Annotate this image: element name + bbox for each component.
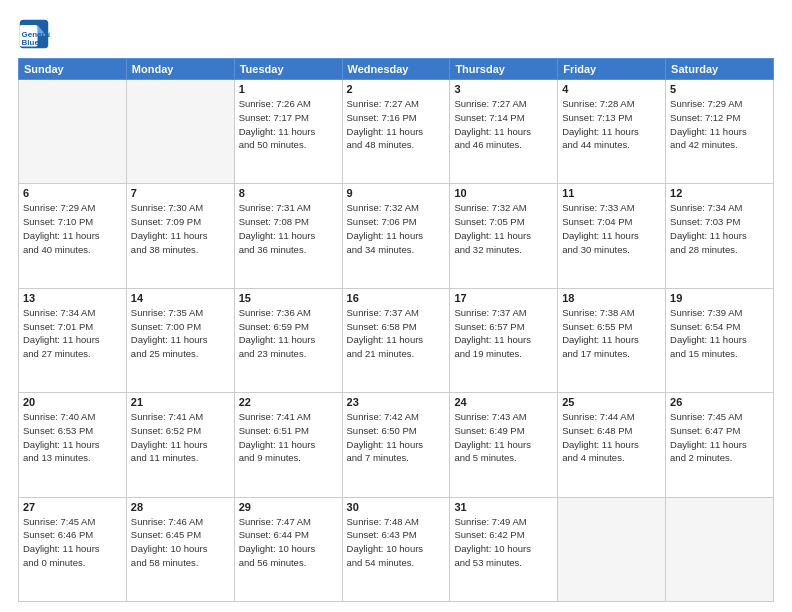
day-info: Sunrise: 7:30 AM Sunset: 7:09 PM Dayligh… xyxy=(131,201,230,256)
day-cell: 10Sunrise: 7:32 AM Sunset: 7:05 PM Dayli… xyxy=(450,184,558,288)
day-cell: 4Sunrise: 7:28 AM Sunset: 7:13 PM Daylig… xyxy=(558,80,666,184)
header: General Blue xyxy=(18,18,774,50)
day-info: Sunrise: 7:27 AM Sunset: 7:16 PM Dayligh… xyxy=(347,97,446,152)
day-cell: 29Sunrise: 7:47 AM Sunset: 6:44 PM Dayli… xyxy=(234,497,342,601)
day-info: Sunrise: 7:35 AM Sunset: 7:00 PM Dayligh… xyxy=(131,306,230,361)
day-number: 30 xyxy=(347,501,446,513)
day-cell: 31Sunrise: 7:49 AM Sunset: 6:42 PM Dayli… xyxy=(450,497,558,601)
day-cell: 30Sunrise: 7:48 AM Sunset: 6:43 PM Dayli… xyxy=(342,497,450,601)
day-number: 4 xyxy=(562,83,661,95)
day-number: 1 xyxy=(239,83,338,95)
day-info: Sunrise: 7:49 AM Sunset: 6:42 PM Dayligh… xyxy=(454,515,553,570)
day-cell: 28Sunrise: 7:46 AM Sunset: 6:45 PM Dayli… xyxy=(126,497,234,601)
day-info: Sunrise: 7:44 AM Sunset: 6:48 PM Dayligh… xyxy=(562,410,661,465)
week-row-2: 13Sunrise: 7:34 AM Sunset: 7:01 PM Dayli… xyxy=(19,288,774,392)
weekday-wednesday: Wednesday xyxy=(342,59,450,80)
day-info: Sunrise: 7:45 AM Sunset: 6:46 PM Dayligh… xyxy=(23,515,122,570)
day-cell: 25Sunrise: 7:44 AM Sunset: 6:48 PM Dayli… xyxy=(558,393,666,497)
day-cell xyxy=(558,497,666,601)
day-number: 7 xyxy=(131,187,230,199)
day-cell: 26Sunrise: 7:45 AM Sunset: 6:47 PM Dayli… xyxy=(666,393,774,497)
weekday-friday: Friday xyxy=(558,59,666,80)
day-cell: 22Sunrise: 7:41 AM Sunset: 6:51 PM Dayli… xyxy=(234,393,342,497)
day-info: Sunrise: 7:45 AM Sunset: 6:47 PM Dayligh… xyxy=(670,410,769,465)
weekday-saturday: Saturday xyxy=(666,59,774,80)
day-cell: 9Sunrise: 7:32 AM Sunset: 7:06 PM Daylig… xyxy=(342,184,450,288)
svg-text:Blue: Blue xyxy=(22,38,40,47)
day-cell: 6Sunrise: 7:29 AM Sunset: 7:10 PM Daylig… xyxy=(19,184,127,288)
day-info: Sunrise: 7:34 AM Sunset: 7:03 PM Dayligh… xyxy=(670,201,769,256)
day-cell: 19Sunrise: 7:39 AM Sunset: 6:54 PM Dayli… xyxy=(666,288,774,392)
day-info: Sunrise: 7:36 AM Sunset: 6:59 PM Dayligh… xyxy=(239,306,338,361)
day-cell xyxy=(126,80,234,184)
day-info: Sunrise: 7:48 AM Sunset: 6:43 PM Dayligh… xyxy=(347,515,446,570)
weekday-tuesday: Tuesday xyxy=(234,59,342,80)
day-number: 27 xyxy=(23,501,122,513)
day-number: 2 xyxy=(347,83,446,95)
day-info: Sunrise: 7:38 AM Sunset: 6:55 PM Dayligh… xyxy=(562,306,661,361)
day-number: 23 xyxy=(347,396,446,408)
day-cell: 24Sunrise: 7:43 AM Sunset: 6:49 PM Dayli… xyxy=(450,393,558,497)
day-info: Sunrise: 7:33 AM Sunset: 7:04 PM Dayligh… xyxy=(562,201,661,256)
day-number: 6 xyxy=(23,187,122,199)
day-info: Sunrise: 7:32 AM Sunset: 7:06 PM Dayligh… xyxy=(347,201,446,256)
day-cell: 3Sunrise: 7:27 AM Sunset: 7:14 PM Daylig… xyxy=(450,80,558,184)
page: General Blue SundayMondayTuesdayWednesda… xyxy=(0,0,792,612)
day-info: Sunrise: 7:47 AM Sunset: 6:44 PM Dayligh… xyxy=(239,515,338,570)
day-info: Sunrise: 7:34 AM Sunset: 7:01 PM Dayligh… xyxy=(23,306,122,361)
weekday-monday: Monday xyxy=(126,59,234,80)
week-row-3: 20Sunrise: 7:40 AM Sunset: 6:53 PM Dayli… xyxy=(19,393,774,497)
day-number: 22 xyxy=(239,396,338,408)
day-info: Sunrise: 7:40 AM Sunset: 6:53 PM Dayligh… xyxy=(23,410,122,465)
day-number: 12 xyxy=(670,187,769,199)
day-number: 26 xyxy=(670,396,769,408)
day-number: 24 xyxy=(454,396,553,408)
day-info: Sunrise: 7:37 AM Sunset: 6:57 PM Dayligh… xyxy=(454,306,553,361)
day-cell: 12Sunrise: 7:34 AM Sunset: 7:03 PM Dayli… xyxy=(666,184,774,288)
day-info: Sunrise: 7:27 AM Sunset: 7:14 PM Dayligh… xyxy=(454,97,553,152)
day-number: 8 xyxy=(239,187,338,199)
day-number: 5 xyxy=(670,83,769,95)
day-number: 19 xyxy=(670,292,769,304)
day-cell: 17Sunrise: 7:37 AM Sunset: 6:57 PM Dayli… xyxy=(450,288,558,392)
day-cell: 1Sunrise: 7:26 AM Sunset: 7:17 PM Daylig… xyxy=(234,80,342,184)
weekday-header-row: SundayMondayTuesdayWednesdayThursdayFrid… xyxy=(19,59,774,80)
day-number: 14 xyxy=(131,292,230,304)
week-row-4: 27Sunrise: 7:45 AM Sunset: 6:46 PM Dayli… xyxy=(19,497,774,601)
day-info: Sunrise: 7:28 AM Sunset: 7:13 PM Dayligh… xyxy=(562,97,661,152)
logo: General Blue xyxy=(18,18,50,50)
day-number: 11 xyxy=(562,187,661,199)
day-number: 28 xyxy=(131,501,230,513)
day-cell: 16Sunrise: 7:37 AM Sunset: 6:58 PM Dayli… xyxy=(342,288,450,392)
day-number: 15 xyxy=(239,292,338,304)
day-cell: 2Sunrise: 7:27 AM Sunset: 7:16 PM Daylig… xyxy=(342,80,450,184)
day-number: 31 xyxy=(454,501,553,513)
day-cell: 18Sunrise: 7:38 AM Sunset: 6:55 PM Dayli… xyxy=(558,288,666,392)
day-info: Sunrise: 7:26 AM Sunset: 7:17 PM Dayligh… xyxy=(239,97,338,152)
day-cell: 14Sunrise: 7:35 AM Sunset: 7:00 PM Dayli… xyxy=(126,288,234,392)
day-info: Sunrise: 7:41 AM Sunset: 6:52 PM Dayligh… xyxy=(131,410,230,465)
day-number: 10 xyxy=(454,187,553,199)
day-info: Sunrise: 7:46 AM Sunset: 6:45 PM Dayligh… xyxy=(131,515,230,570)
day-number: 21 xyxy=(131,396,230,408)
day-number: 17 xyxy=(454,292,553,304)
day-number: 3 xyxy=(454,83,553,95)
weekday-thursday: Thursday xyxy=(450,59,558,80)
day-number: 13 xyxy=(23,292,122,304)
calendar: SundayMondayTuesdayWednesdayThursdayFrid… xyxy=(18,58,774,602)
day-number: 29 xyxy=(239,501,338,513)
week-row-0: 1Sunrise: 7:26 AM Sunset: 7:17 PM Daylig… xyxy=(19,80,774,184)
day-cell: 7Sunrise: 7:30 AM Sunset: 7:09 PM Daylig… xyxy=(126,184,234,288)
day-info: Sunrise: 7:32 AM Sunset: 7:05 PM Dayligh… xyxy=(454,201,553,256)
day-info: Sunrise: 7:31 AM Sunset: 7:08 PM Dayligh… xyxy=(239,201,338,256)
logo-icon: General Blue xyxy=(18,18,50,50)
day-number: 18 xyxy=(562,292,661,304)
day-info: Sunrise: 7:29 AM Sunset: 7:10 PM Dayligh… xyxy=(23,201,122,256)
day-cell: 21Sunrise: 7:41 AM Sunset: 6:52 PM Dayli… xyxy=(126,393,234,497)
day-cell xyxy=(666,497,774,601)
day-number: 20 xyxy=(23,396,122,408)
day-info: Sunrise: 7:29 AM Sunset: 7:12 PM Dayligh… xyxy=(670,97,769,152)
day-cell: 23Sunrise: 7:42 AM Sunset: 6:50 PM Dayli… xyxy=(342,393,450,497)
day-cell: 15Sunrise: 7:36 AM Sunset: 6:59 PM Dayli… xyxy=(234,288,342,392)
day-cell: 27Sunrise: 7:45 AM Sunset: 6:46 PM Dayli… xyxy=(19,497,127,601)
